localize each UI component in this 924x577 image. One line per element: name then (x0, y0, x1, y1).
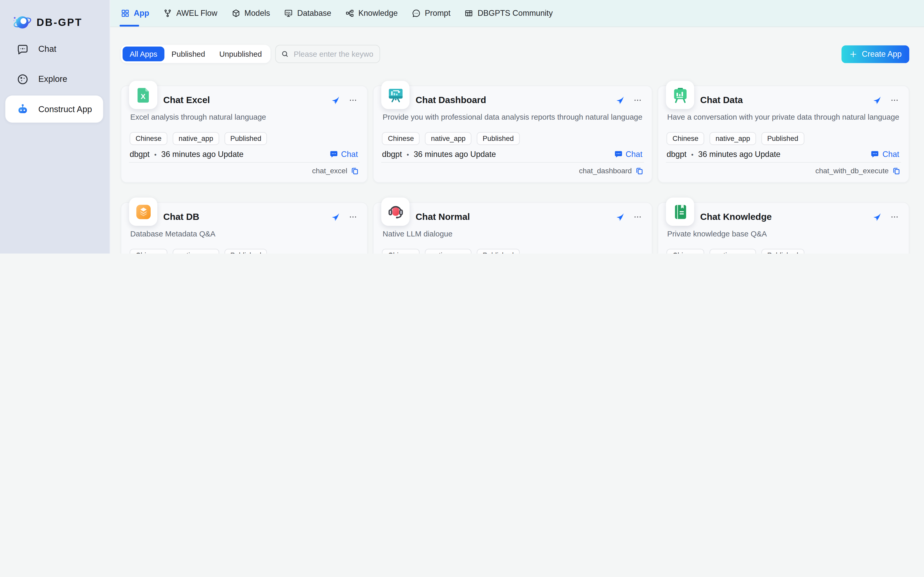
card-title: Chat Dashboard (416, 95, 486, 106)
header-tab[interactable]: DBGPTS Community (458, 0, 560, 26)
tag-badge: native_app (710, 249, 756, 253)
tag-badge: Published (224, 249, 267, 253)
card-header: Chat Data (659, 86, 909, 107)
more-menu-icon[interactable] (633, 212, 643, 222)
tag-badge: Chinese (130, 132, 167, 145)
card-meta: dbgpt • 36 minutes ago Update Chat (130, 150, 358, 158)
tag-badge: native_app (710, 132, 756, 145)
toolbar: All Apps Published Unpublished (121, 45, 909, 63)
header-tab[interactable]: App (114, 0, 156, 26)
tag-badge: native_app (425, 249, 471, 253)
dbgpt-planet-logo-icon (12, 12, 33, 33)
dingtalk-share-icon[interactable] (331, 95, 340, 105)
card-footer: chat_with_db_execute (667, 167, 900, 175)
app-card: Chat Data Have a conversation with your … (658, 85, 909, 183)
create-app-button[interactable]: Create App (842, 45, 909, 63)
card-code: chat_with_db_execute (815, 167, 889, 175)
header-tab[interactable]: SQL Database (277, 0, 338, 26)
card-header: Chat Normal (374, 203, 652, 224)
tag-badge: native_app (425, 132, 471, 145)
dingtalk-share-icon[interactable] (872, 212, 882, 222)
card-updated: 36 minutes ago Update (698, 150, 781, 158)
tag-badge: Chinese (667, 249, 704, 253)
card-title: Chat Data (700, 95, 743, 106)
chat-link[interactable]: Chat (614, 150, 643, 158)
more-menu-icon[interactable] (349, 95, 358, 105)
headset-icon (381, 198, 410, 226)
sidebar: DB-GPT Chat Explore Construct App (0, 0, 110, 253)
card-tags: Chinese native_app Published (382, 249, 652, 253)
app-card: Chat DB Database Metadata Q&A Chinese na… (121, 202, 368, 253)
card-title: Chat Excel (163, 95, 210, 106)
sidebar-item[interactable]: Chat (5, 35, 103, 63)
sidebar-item-label: Chat (38, 44, 56, 53)
dot-separator: • (691, 151, 694, 158)
dingtalk-share-icon[interactable] (872, 95, 882, 105)
knowledge-book-icon (666, 198, 694, 226)
dingtalk-share-icon[interactable] (615, 95, 625, 105)
card-actions (615, 95, 643, 105)
tag-badge: Chinese (382, 132, 420, 145)
sidebar-item-label: Explore (38, 74, 67, 84)
db-layers-icon (129, 198, 157, 226)
chat-bubble-filled-icon (329, 150, 338, 158)
header-tab[interactable]: Models (224, 0, 277, 26)
sidebar-item[interactable]: Construct App (5, 95, 103, 123)
copy-icon[interactable] (351, 167, 359, 175)
search-icon (281, 50, 289, 58)
tag-badge: native_app (173, 132, 219, 145)
copy-icon[interactable] (892, 167, 900, 175)
filter-tab[interactable]: Unpublished (212, 47, 269, 61)
excel-doc-icon: X (129, 81, 157, 109)
chat-bubble-icon (16, 43, 29, 55)
chat-link-label: Chat (341, 150, 358, 158)
header-tab[interactable]: Knowledge (338, 0, 405, 26)
prompt-bubble-icon (412, 9, 421, 18)
models-cube-icon (231, 9, 240, 18)
svg-text:X: X (140, 92, 145, 100)
card-title: Chat Knowledge (700, 211, 771, 222)
copy-icon[interactable] (635, 167, 644, 175)
filter-tab[interactable]: Published (164, 47, 212, 61)
filter-tab[interactable]: All Apps (123, 47, 165, 61)
main-content: All Apps Published Unpublished (110, 27, 924, 253)
chat-link-label: Chat (625, 150, 643, 158)
robot-icon (16, 103, 29, 115)
sidebar-item[interactable]: Explore (5, 66, 103, 93)
data-easel-icon (666, 81, 694, 109)
card-footer: chat_dashboard (382, 167, 644, 175)
dingtalk-share-icon[interactable] (331, 212, 340, 222)
card-owner: dbgpt (130, 150, 149, 158)
card-meta: dbgpt • 36 minutes ago Update Chat (382, 150, 643, 158)
tag-badge: native_app (173, 249, 219, 253)
card-header: Chat Dashboard (374, 86, 652, 107)
header-tab-label: DBGPTS Community (477, 9, 553, 18)
header-tab-label: Database (297, 9, 331, 18)
database-sql-icon: SQL (284, 9, 293, 18)
card-owner: dbgpt (382, 150, 402, 158)
header-tab-label: Models (244, 9, 270, 18)
card-header: Chat Excel (121, 86, 367, 107)
more-menu-icon[interactable] (890, 95, 899, 105)
app-card: Chat Dashboard Provide you with professi… (373, 85, 652, 183)
svg-text:SQL: SQL (286, 11, 291, 14)
search-input[interactable] (292, 49, 374, 59)
more-menu-icon[interactable] (633, 95, 643, 105)
card-tags: Chinese native_app Published (667, 249, 908, 253)
header-tab[interactable]: AWEL Flow (156, 0, 224, 26)
card-title: Chat DB (163, 211, 199, 222)
sidebar-item-label: Construct App (38, 104, 92, 114)
header-tab-label: App (134, 9, 149, 18)
more-menu-icon[interactable] (890, 212, 899, 222)
dot-separator: • (154, 151, 157, 158)
card-header: Chat DB (121, 203, 367, 224)
card-actions (872, 212, 900, 222)
dingtalk-share-icon[interactable] (615, 212, 625, 222)
filter-tab-label: Unpublished (219, 50, 262, 58)
chat-link[interactable]: Chat (871, 150, 899, 158)
more-menu-icon[interactable] (349, 212, 358, 222)
chat-link[interactable]: Chat (329, 150, 358, 158)
filter-group: All Apps Published Unpublished (121, 45, 271, 63)
header-tab[interactable]: Prompt (405, 0, 458, 26)
card-description: Database Metadata Q&A (130, 229, 358, 238)
